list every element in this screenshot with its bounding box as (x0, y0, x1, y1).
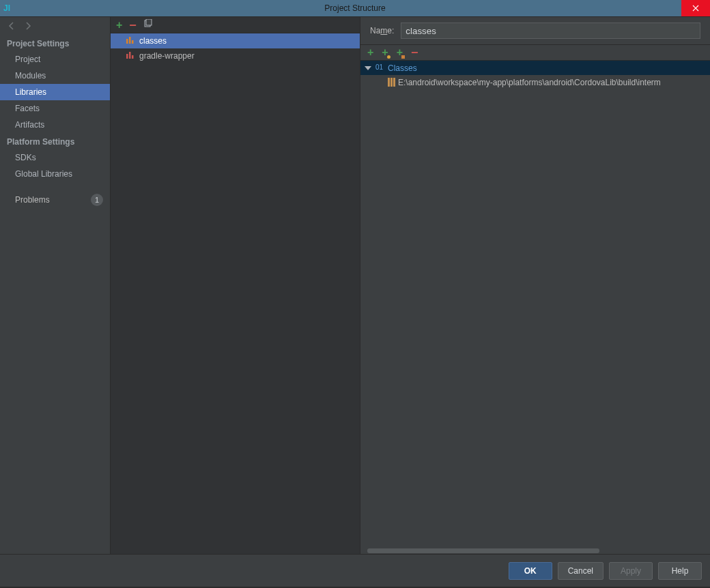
library-item-gradle-wrapper[interactable]: gradle-wrapper (111, 48, 360, 63)
app-icon: JI (0, 0, 16, 16)
svg-text:JI: JI (3, 3, 10, 13)
roots-tree: 01 Classes E:\android\workspace\my-app\p… (360, 61, 710, 554)
expand-triangle-icon[interactable] (365, 66, 371, 70)
svg-rect-5 (132, 40, 134, 44)
nav-history (0, 17, 110, 35)
library-list-panel: + − classes gradle-wrapper (111, 17, 360, 554)
library-item-label: gradle-wrapper (139, 51, 195, 61)
svg-text:01: 01 (375, 63, 384, 71)
add-root-orange-icon[interactable]: + (397, 47, 403, 58)
name-row: Name: (360, 17, 710, 44)
library-name-input[interactable] (401, 23, 700, 39)
folder-icon (388, 78, 395, 87)
sidebar-item-sdks[interactable]: SDKs (0, 149, 110, 166)
svg-rect-11 (390, 78, 393, 87)
sidebar-item-artifacts[interactable]: Artifacts (0, 117, 110, 133)
svg-rect-7 (129, 52, 131, 59)
add-root-icon[interactable]: + (367, 47, 373, 58)
add-library-icon[interactable]: + (116, 20, 122, 31)
name-label: Name: (370, 26, 394, 35)
svg-rect-6 (126, 54, 128, 59)
section-project-settings: Project Settings (0, 35, 110, 51)
problems-label: Problems (15, 195, 50, 205)
library-toolbar: + − (111, 17, 360, 33)
library-list: classes gradle-wrapper (111, 33, 360, 554)
dialog-button-bar: OK Cancel Apply Help (0, 554, 710, 587)
help-button[interactable]: Help (658, 562, 702, 580)
ok-button[interactable]: OK (509, 562, 552, 580)
classes-category-icon: 01 (375, 63, 385, 73)
remove-library-icon[interactable]: − (129, 19, 137, 31)
problems-count-badge: 1 (91, 194, 103, 206)
forward-arrow-icon[interactable] (23, 21, 33, 31)
back-arrow-icon[interactable] (7, 21, 16, 31)
sidebar-item-problems[interactable]: Problems 1 (0, 192, 110, 208)
close-button[interactable] (681, 0, 710, 16)
roots-toolbar: + + + − (360, 44, 710, 61)
library-icon (126, 36, 135, 46)
library-details-panel: Name: + + + − 01 Classes E:\android\work… (360, 17, 710, 554)
tree-node-path-label: E:\android\workspace\my-app\platforms\an… (398, 78, 661, 87)
sidebar-item-modules[interactable]: Modules (0, 68, 110, 84)
svg-rect-12 (393, 78, 395, 87)
library-item-classes[interactable]: classes (111, 33, 360, 48)
svg-rect-8 (132, 55, 134, 59)
library-icon (126, 51, 135, 61)
sidebar: Project Settings Project Modules Librari… (0, 17, 111, 554)
copy-library-icon[interactable] (143, 19, 153, 31)
library-item-label: classes (139, 36, 167, 46)
sidebar-item-project[interactable]: Project (0, 51, 110, 68)
tree-node-path[interactable]: E:\android\workspace\my-app\platforms\an… (360, 75, 710, 89)
svg-rect-2 (146, 19, 152, 25)
sidebar-item-libraries[interactable]: Libraries (0, 84, 110, 100)
window-title: Project Structure (0, 3, 710, 13)
tree-node-label: Classes (388, 63, 417, 73)
sidebar-item-global-libraries[interactable]: Global Libraries (0, 166, 110, 182)
titlebar: JI Project Structure (0, 0, 710, 16)
svg-rect-3 (126, 39, 128, 44)
sidebar-item-facets[interactable]: Facets (0, 100, 110, 117)
horizontal-scrollbar[interactable] (360, 548, 710, 554)
tree-node-classes[interactable]: 01 Classes (360, 61, 710, 75)
remove-root-icon[interactable]: − (411, 46, 418, 59)
svg-rect-4 (129, 37, 131, 44)
section-platform-settings: Platform Settings (0, 133, 110, 149)
scrollbar-thumb[interactable] (367, 548, 599, 553)
apply-button[interactable]: Apply (609, 562, 653, 580)
cancel-button[interactable]: Cancel (558, 562, 604, 580)
svg-rect-10 (388, 78, 390, 87)
dialog-body: Project Settings Project Modules Librari… (0, 16, 710, 554)
add-root-yellow-icon[interactable]: + (382, 47, 388, 58)
